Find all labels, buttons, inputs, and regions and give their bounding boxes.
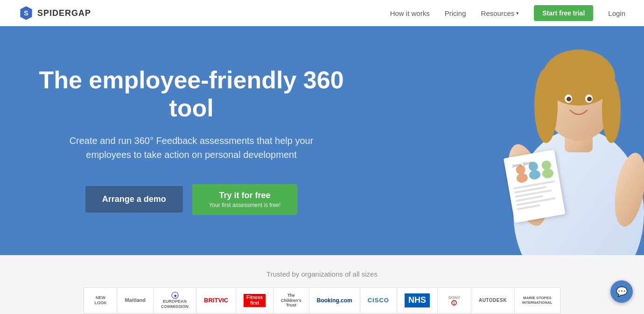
- hero-image: Jenny Smith: [467, 26, 644, 255]
- hero-buttons: Arrange a demo Try it for free Your firs…: [28, 184, 355, 215]
- trusted-title: Trusted by organizations of all sizes: [19, 270, 625, 278]
- logo-icon: S: [19, 6, 34, 21]
- logos-row: NEWLOOK Maitland ★ EUROPEANCOMMISSION BR…: [19, 287, 625, 314]
- svg-point-7: [602, 78, 621, 143]
- trusted-section: Trusted by organizations of all sizes NE…: [0, 255, 644, 314]
- logo-nhs: NHS: [397, 287, 438, 314]
- logo-autodesk: AUTODESK: [471, 287, 515, 314]
- hero-title: The employee-friendly 360 tool: [28, 66, 355, 122]
- svg-text:S: S: [24, 9, 28, 17]
- svg-text:★: ★: [173, 294, 177, 298]
- logo-britvic: BRITVIC: [196, 287, 236, 314]
- login-link[interactable]: Login: [608, 9, 625, 17]
- try-free-sub: Your first assessment is free!: [209, 202, 281, 208]
- svg-point-6: [534, 68, 558, 143]
- svg-point-11: [587, 97, 592, 101]
- hero-content: The employee-friendly 360 tool Create an…: [0, 66, 383, 215]
- logo-marie-stopes: MARIE STOPESINTERNATIONAL: [515, 287, 560, 314]
- logo-booking-com: Booking.com: [309, 287, 360, 314]
- logo-childrens-trust: TheChildren'sTrust: [273, 287, 309, 314]
- logo-link[interactable]: S Spidergap: [19, 6, 91, 21]
- hero-person-svg: Jenny Smith: [467, 26, 644, 255]
- logo-text: Spidergap: [37, 8, 91, 18]
- hero-subtitle: Create and run 360° Feedback assessments…: [61, 134, 322, 162]
- nav-links: How it works Pricing Resources ▾ Start f…: [390, 5, 625, 21]
- hero-section: The employee-friendly 360 tool Create an…: [0, 26, 644, 255]
- nav-how-it-works[interactable]: How it works: [390, 9, 430, 17]
- logo-fitness-first: Fitnessfirst: [236, 287, 273, 314]
- chat-icon: 💬: [616, 286, 628, 297]
- svg-point-10: [567, 97, 571, 101]
- nav-resources[interactable]: Resources ▾: [481, 9, 519, 17]
- logo-cisco: CISCO: [360, 287, 397, 314]
- chevron-down-icon: ▾: [516, 10, 519, 16]
- logo-sony: SONY: [438, 287, 471, 314]
- logo-maitland: Maitland: [117, 287, 154, 314]
- chat-bubble[interactable]: 💬: [610, 280, 633, 303]
- nav-pricing[interactable]: Pricing: [445, 9, 466, 17]
- navbar: S Spidergap How it works Pricing Resourc…: [0, 0, 644, 26]
- arrange-demo-button[interactable]: Arrange a demo: [85, 186, 183, 213]
- try-free-button[interactable]: Try it for free Your first assessment is…: [192, 184, 298, 215]
- logo-new-look: NEWLOOK: [84, 287, 117, 314]
- start-trial-button[interactable]: Start free trial: [534, 5, 593, 21]
- logo-european-commission: ★ EUROPEANCOMMISSION: [154, 287, 196, 314]
